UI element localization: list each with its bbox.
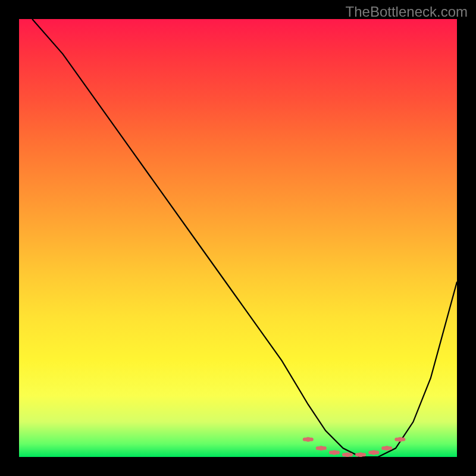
chart-svg bbox=[19, 19, 457, 457]
watermark-text: TheBottleneck.com bbox=[346, 4, 468, 20]
svg-point-13 bbox=[384, 446, 389, 450]
svg-point-11 bbox=[371, 450, 376, 455]
svg-point-1 bbox=[306, 437, 311, 442]
bottleneck-curve bbox=[32, 19, 457, 457]
svg-point-15 bbox=[397, 437, 402, 442]
svg-point-7 bbox=[345, 452, 350, 457]
svg-point-5 bbox=[332, 450, 337, 455]
chart-plot-area bbox=[19, 19, 457, 457]
svg-point-3 bbox=[319, 446, 324, 450]
svg-point-9 bbox=[358, 452, 363, 457]
